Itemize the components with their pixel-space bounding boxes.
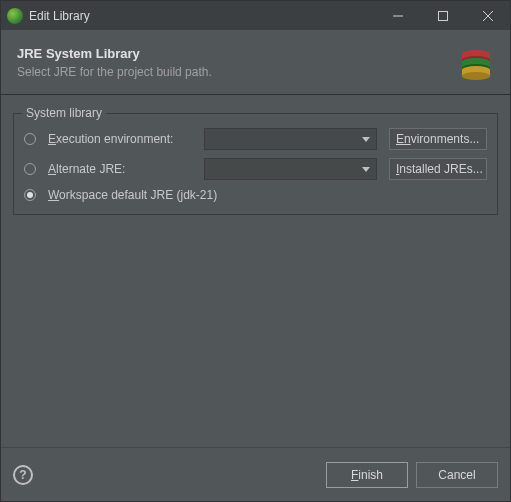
window-controls [375,1,510,30]
finish-button[interactable]: Finish [326,462,408,488]
maximize-button[interactable] [420,1,465,30]
workspace-default-radio[interactable] [24,189,36,201]
library-icon [446,42,494,82]
execution-environment-radio[interactable] [24,133,36,145]
minimize-icon [393,11,403,21]
cancel-button[interactable]: Cancel [416,462,498,488]
close-button[interactable] [465,1,510,30]
maximize-icon [438,11,448,21]
svg-point-12 [462,72,490,80]
installed-jres-button[interactable]: Installed JREs... [389,158,487,180]
workspace-default-row: Workspace default JRE (jdk-21) [24,188,487,202]
dialog-body: System library Execution environment: En… [1,95,510,447]
group-legend: System library [22,106,106,120]
alternate-jre-combo[interactable] [204,158,377,180]
alternate-jre-label: Alternate JRE: [48,162,198,176]
execution-environment-label: Execution environment: [48,132,198,146]
environments-button[interactable]: Environments... [389,128,487,150]
svg-marker-14 [362,167,370,172]
eclipse-icon [7,8,23,24]
minimize-button[interactable] [375,1,420,30]
system-library-group: System library Execution environment: En… [13,113,498,215]
header-subtitle: Select JRE for the project build path. [17,65,446,79]
svg-rect-1 [438,11,447,20]
header-text: JRE System Library Select JRE for the pr… [17,46,446,79]
chevron-down-icon [360,163,372,175]
header-title: JRE System Library [17,46,446,61]
execution-environment-combo[interactable] [204,128,377,150]
close-icon [483,11,493,21]
alternate-jre-radio[interactable] [24,163,36,175]
help-button[interactable]: ? [13,465,33,485]
dialog-window: Edit Library JRE System Library Select J… [0,0,511,502]
chevron-down-icon [360,133,372,145]
svg-marker-13 [362,137,370,142]
dialog-header: JRE System Library Select JRE for the pr… [1,30,510,95]
workspace-default-label: Workspace default JRE (jdk-21) [48,188,217,202]
window-title: Edit Library [29,9,375,23]
help-icon: ? [19,468,26,482]
alternate-jre-row: Alternate JRE: Installed JREs... [24,158,487,180]
execution-environment-row: Execution environment: Environments... [24,128,487,150]
titlebar[interactable]: Edit Library [1,1,510,30]
dialog-footer: ? Finish Cancel [1,447,510,501]
